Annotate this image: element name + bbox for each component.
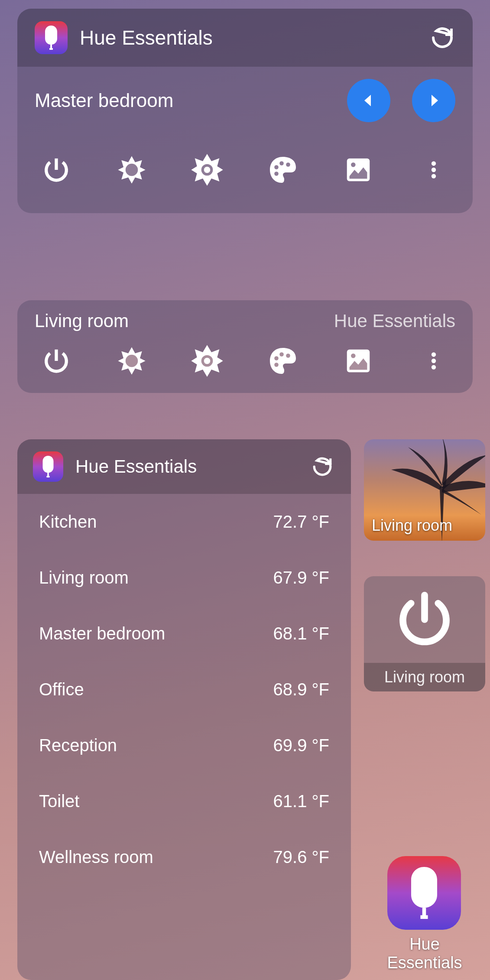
svg-point-11 xyxy=(432,174,436,178)
room-name: Master bedroom xyxy=(39,624,273,643)
svg-point-15 xyxy=(274,356,279,360)
refresh-button[interactable] xyxy=(309,454,335,480)
svg-point-8 xyxy=(351,162,356,167)
widget-title: Hue Essentials xyxy=(80,26,429,49)
svg-point-23 xyxy=(432,365,436,369)
refresh-button[interactable] xyxy=(429,25,455,51)
temperature-value: 68.1 °F xyxy=(273,624,329,643)
svg-point-3 xyxy=(274,165,279,169)
svg-point-12 xyxy=(126,355,138,367)
svg-point-22 xyxy=(432,359,436,363)
room-name: Toilet xyxy=(39,792,273,811)
svg-point-4 xyxy=(279,161,284,165)
temperature-row[interactable]: Office68.9 °F xyxy=(17,662,351,717)
more-button[interactable] xyxy=(416,344,451,378)
svg-point-20 xyxy=(351,354,356,358)
svg-point-10 xyxy=(432,168,436,172)
room-name: Master bedroom xyxy=(35,90,325,111)
power-button[interactable] xyxy=(39,344,74,378)
temperature-value: 67.9 °F xyxy=(273,568,329,587)
scene-label: Living room xyxy=(372,516,452,535)
next-room-button[interactable] xyxy=(412,79,455,122)
temperature-value: 79.6 °F xyxy=(273,847,329,867)
temperature-row[interactable]: Reception69.9 °F xyxy=(17,717,351,773)
widget-title: Hue Essentials xyxy=(75,456,309,477)
widget-header: Living room Hue Essentials xyxy=(17,300,473,336)
svg-point-17 xyxy=(286,354,290,358)
svg-point-6 xyxy=(274,172,279,176)
svg-point-9 xyxy=(432,161,436,165)
temperature-row[interactable]: Wellness room79.6 °F xyxy=(17,829,351,885)
brightness-low-button[interactable] xyxy=(114,153,149,187)
widget-header: Hue Essentials xyxy=(17,439,351,494)
svg-point-2 xyxy=(204,167,211,173)
power-button[interactable] xyxy=(39,153,74,187)
control-row xyxy=(17,336,473,393)
temperature-widget: Hue Essentials Kitchen72.7 °FLiving room… xyxy=(17,439,351,980)
room-control-widget-large: Hue Essentials Master bedroom xyxy=(17,9,473,213)
more-button[interactable] xyxy=(416,153,451,187)
brightness-low-button[interactable] xyxy=(114,344,149,378)
widget-header: Hue Essentials xyxy=(17,9,473,67)
power-label: Living room xyxy=(364,663,485,691)
room-name: Office xyxy=(39,680,273,699)
previous-room-button[interactable] xyxy=(347,79,390,122)
scene-button[interactable] xyxy=(341,153,376,187)
svg-point-16 xyxy=(279,352,284,357)
temperature-value: 69.9 °F xyxy=(273,736,329,755)
room-name: Kitchen xyxy=(39,512,273,532)
svg-point-14 xyxy=(204,358,211,364)
power-icon xyxy=(364,576,485,663)
temperature-row[interactable]: Master bedroom68.1 °F xyxy=(17,606,351,662)
temperature-list: Kitchen72.7 °FLiving room67.9 °FMaster b… xyxy=(17,494,351,885)
room-selector-row: Master bedroom xyxy=(17,67,473,140)
app-shortcut-label: Hue Essentials xyxy=(370,935,479,972)
svg-point-18 xyxy=(274,363,279,367)
room-name: Reception xyxy=(39,736,273,755)
color-button[interactable] xyxy=(266,344,300,378)
svg-point-0 xyxy=(126,164,138,176)
app-logo-icon xyxy=(35,21,68,54)
color-button[interactable] xyxy=(266,153,300,187)
app-name-label: Hue Essentials xyxy=(334,311,455,331)
room-name: Living room xyxy=(39,568,273,587)
temperature-value: 68.9 °F xyxy=(273,680,329,699)
app-shortcut-icon[interactable] xyxy=(387,856,461,930)
room-name: Wellness room xyxy=(39,847,273,867)
scene-image: Living room xyxy=(364,439,485,541)
room-name: Living room xyxy=(35,311,334,331)
temperature-row[interactable]: Toilet61.1 °F xyxy=(17,773,351,829)
brightness-high-button[interactable] xyxy=(190,344,224,378)
svg-point-5 xyxy=(286,162,290,167)
scene-tile[interactable]: Living room xyxy=(364,439,485,541)
room-control-widget-small: Living room Hue Essentials xyxy=(17,300,473,393)
temperature-value: 61.1 °F xyxy=(273,792,329,811)
temperature-value: 72.7 °F xyxy=(273,512,329,532)
brightness-high-button[interactable] xyxy=(190,153,224,187)
temperature-row[interactable]: Kitchen72.7 °F xyxy=(17,494,351,550)
scene-button[interactable] xyxy=(341,344,376,378)
temperature-row[interactable]: Living room67.9 °F xyxy=(17,550,351,606)
control-row xyxy=(17,140,473,213)
power-tile[interactable]: Living room xyxy=(364,576,485,691)
app-logo-icon xyxy=(33,451,63,482)
svg-point-21 xyxy=(432,352,436,357)
